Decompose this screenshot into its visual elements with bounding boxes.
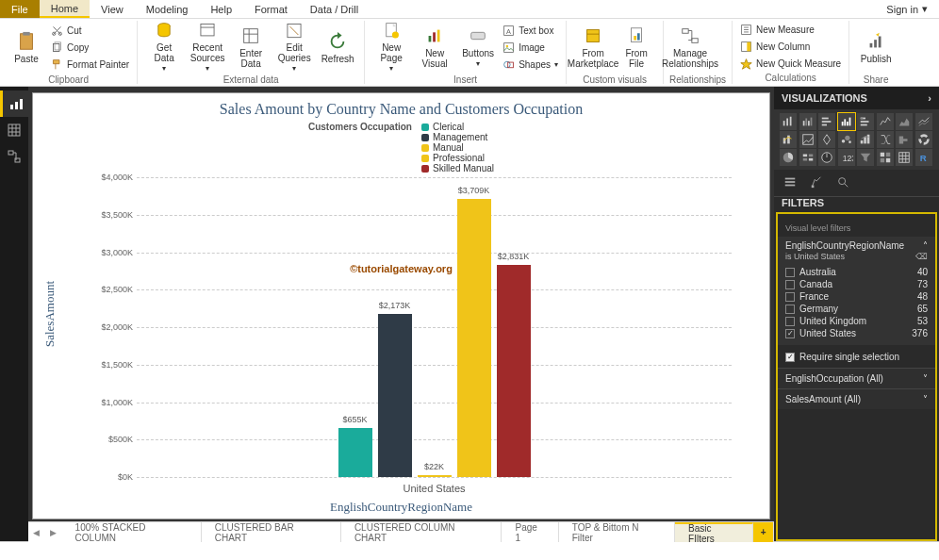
publish-button[interactable]: Publish	[855, 21, 897, 74]
viz-type-icon[interactable]	[838, 131, 855, 148]
bar-clerical[interactable]: $655K	[338, 428, 372, 477]
buttons-button[interactable]: Buttons▾	[457, 21, 499, 74]
page-tab[interactable]: Page 1	[502, 522, 558, 542]
viz-type-icon[interactable]	[780, 131, 797, 148]
svg-rect-82	[785, 181, 796, 183]
analytics-tab-icon[interactable]	[836, 175, 849, 190]
viz-type-icon[interactable]	[780, 149, 797, 166]
menu-datadrill[interactable]: Data / Drill	[299, 0, 370, 18]
data-view-button[interactable]	[0, 117, 28, 143]
menu-home[interactable]: Home	[40, 0, 90, 18]
filter-option[interactable]: Canada73	[785, 278, 928, 290]
viz-type-icon[interactable]	[896, 131, 913, 148]
from-file-button[interactable]: From File	[616, 21, 657, 74]
cut-button[interactable]: Cut	[49, 23, 131, 39]
viz-type-icon[interactable]	[896, 113, 913, 130]
page-tab[interactable]: CLUSTERED BAR CHART	[202, 522, 341, 542]
legend-item[interactable]: Management	[421, 132, 494, 142]
filter-salesamount[interactable]: SalesAmount (All)˅	[778, 388, 935, 409]
report-view-button[interactable]	[0, 91, 28, 117]
bar-professional[interactable]: $3,709K	[457, 199, 491, 477]
tab-next[interactable]: ▶	[45, 522, 62, 542]
menu-view[interactable]: View	[90, 0, 135, 18]
viz-type-icon[interactable]: R	[915, 149, 932, 166]
paste-button[interactable]: Paste	[6, 21, 47, 74]
legend-item[interactable]: Clerical	[421, 122, 494, 132]
format-tab-icon[interactable]	[810, 175, 823, 190]
legend-item[interactable]: Manual	[421, 142, 494, 153]
viz-type-icon[interactable]	[818, 113, 835, 130]
format-painter-button[interactable]: Format Painter	[49, 57, 131, 73]
new-quick-measure-button[interactable]: New Quick Measure	[738, 56, 843, 72]
viz-type-icon[interactable]	[857, 113, 874, 130]
viz-type-icon[interactable]	[877, 113, 894, 130]
svg-rect-71	[802, 158, 806, 161]
viz-type-icon[interactable]	[818, 131, 835, 148]
bar-manual[interactable]: $22K	[418, 475, 452, 477]
page-tab[interactable]: TOP & Bittom N Filter	[559, 522, 675, 542]
manage-relationships-button[interactable]: Manage Relationships	[669, 21, 711, 74]
viz-type-icon[interactable]	[799, 149, 816, 166]
svg-rect-0	[21, 33, 33, 49]
get-data-button[interactable]: Get Data▾	[143, 21, 185, 74]
viz-type-icon[interactable]	[799, 113, 816, 130]
bar-skilled-manual[interactable]: $2,831K	[497, 265, 531, 477]
shapes-button[interactable]: Shapes ▾	[501, 57, 560, 73]
viz-type-icon[interactable]	[780, 113, 797, 130]
enter-data-button[interactable]: Enter Data	[230, 21, 272, 74]
new-visual-button[interactable]: New Visual	[414, 21, 455, 74]
copy-button[interactable]: Copy	[49, 40, 131, 56]
legend-item[interactable]: Skilled Manual	[421, 163, 494, 173]
new-page-button[interactable]: New Page▾	[371, 21, 412, 74]
svg-rect-64	[861, 140, 864, 144]
svg-rect-57	[861, 124, 867, 126]
tab-prev[interactable]: ◀	[28, 522, 45, 542]
viz-type-icon[interactable]	[877, 131, 894, 148]
viz-type-icon[interactable]	[915, 131, 932, 148]
visual-level-filters-label: Visual level filters	[778, 220, 935, 237]
from-marketplace-button[interactable]: From Marketplace	[572, 21, 614, 74]
report-canvas[interactable]: Sales Amount by Country Name and Custome…	[32, 92, 770, 519]
viz-type-icon[interactable]: 123	[838, 149, 855, 166]
viz-type-icon[interactable]	[857, 131, 874, 148]
viz-type-icon[interactable]	[818, 149, 835, 166]
viz-type-icon[interactable]	[896, 149, 913, 166]
visualizations-header[interactable]: VISUALIZATIONS›	[774, 87, 939, 109]
bar-management[interactable]: $2,173K	[378, 314, 412, 477]
menu-modeling[interactable]: Modeling	[135, 0, 200, 18]
svg-rect-84	[812, 186, 815, 189]
menu-help[interactable]: Help	[199, 0, 243, 18]
recent-sources-button[interactable]: Recent Sources▾	[187, 21, 228, 74]
add-page-button[interactable]: +	[753, 522, 774, 542]
new-column-button[interactable]: New Column	[738, 39, 843, 55]
legend-item[interactable]: Professional	[421, 153, 494, 163]
model-view-button[interactable]	[0, 143, 28, 170]
textbox-button[interactable]: AText box	[501, 23, 560, 39]
edit-queries-button[interactable]: Edit Queries▾	[273, 21, 315, 74]
viz-type-icon[interactable]	[799, 131, 816, 148]
new-measure-button[interactable]: New Measure	[738, 22, 843, 38]
sign-in[interactable]: Sign in▾	[875, 0, 939, 18]
eraser-icon[interactable]: ⌫	[915, 252, 928, 261]
filter-option[interactable]: ✓United States376	[785, 327, 928, 339]
page-tab[interactable]: Basic FIlters	[675, 522, 753, 542]
filter-region[interactable]: EnglishCountryRegionName˄ is United Stat…	[778, 237, 935, 345]
filter-option[interactable]: France48	[785, 290, 928, 303]
viz-type-icon[interactable]	[915, 113, 932, 130]
menu-format[interactable]: Format	[243, 0, 299, 18]
filter-option[interactable]: United Kingdom53	[785, 315, 928, 327]
viz-type-icon[interactable]	[838, 113, 855, 130]
filter-occupation[interactable]: EnglishOccupation (All)˅	[778, 368, 935, 388]
image-button[interactable]: Image	[501, 40, 560, 56]
menu-file[interactable]: File	[0, 0, 40, 18]
page-tab[interactable]: CLUSTERED COLUMN CHART	[341, 522, 502, 542]
filters-section: Visual level filters EnglishCountryRegio…	[776, 212, 937, 541]
fields-tab-icon[interactable]	[783, 175, 797, 190]
refresh-button[interactable]: Refresh	[317, 21, 358, 74]
filter-option[interactable]: Australia40	[785, 266, 928, 278]
viz-type-icon[interactable]	[877, 149, 894, 166]
filter-option[interactable]: Germany65	[785, 303, 928, 315]
viz-type-icon[interactable]	[857, 149, 874, 166]
require-single-selection[interactable]: ✓ Require single selection	[778, 346, 935, 368]
page-tab[interactable]: 100% STACKED COLUMN	[62, 522, 202, 542]
